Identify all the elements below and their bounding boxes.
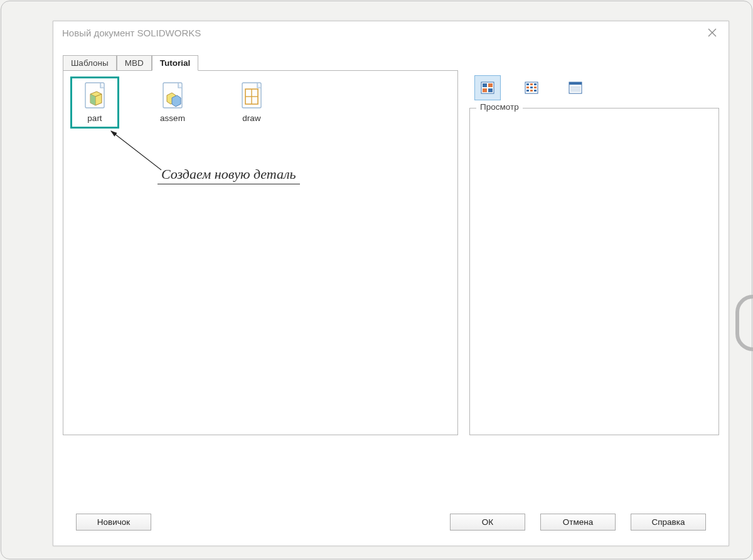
assem-icon bbox=[160, 81, 185, 111]
ok-button[interactable]: ОК bbox=[450, 514, 525, 531]
preview-legend: Просмотр bbox=[476, 102, 523, 112]
svg-rect-14 bbox=[483, 88, 487, 92]
svg-rect-19 bbox=[526, 87, 529, 88]
view-large-icons-button[interactable] bbox=[474, 75, 501, 100]
template-draw[interactable]: draw bbox=[229, 81, 274, 123]
svg-line-11 bbox=[111, 131, 161, 170]
help-button[interactable]: Справка bbox=[631, 514, 706, 531]
svg-rect-13 bbox=[483, 83, 487, 87]
svg-rect-25 bbox=[534, 87, 537, 88]
tab-tutorial[interactable]: Tutorial bbox=[152, 55, 199, 71]
annotation-text: Создаем новую деталь bbox=[158, 166, 300, 184]
template-part-label: part bbox=[87, 114, 102, 123]
svg-rect-28 bbox=[569, 82, 582, 85]
decorative-edge bbox=[735, 295, 753, 351]
svg-marker-6 bbox=[172, 95, 181, 107]
titlebar: Новый документ SOLIDWORKS bbox=[53, 21, 729, 44]
draw-icon bbox=[239, 81, 264, 111]
svg-rect-26 bbox=[534, 90, 537, 92]
svg-rect-18 bbox=[526, 83, 529, 85]
template-list-pane: part assem bbox=[63, 70, 458, 435]
tab-bar: Шаблоны MBD Tutorial bbox=[63, 55, 729, 71]
template-part[interactable]: part bbox=[72, 78, 117, 127]
tab-templates[interactable]: Шаблоны bbox=[63, 55, 117, 71]
svg-rect-21 bbox=[530, 83, 533, 85]
template-draw-label: draw bbox=[242, 114, 260, 123]
novice-button[interactable]: Новичок bbox=[76, 514, 151, 531]
svg-rect-22 bbox=[530, 87, 533, 88]
svg-rect-23 bbox=[530, 90, 533, 92]
preview-panel: Просмотр bbox=[469, 108, 719, 435]
part-icon bbox=[82, 81, 107, 111]
svg-rect-20 bbox=[526, 90, 529, 92]
view-list-button[interactable] bbox=[518, 75, 545, 100]
template-assem[interactable]: assem bbox=[150, 81, 195, 123]
view-details-button[interactable] bbox=[562, 75, 589, 100]
svg-rect-24 bbox=[534, 83, 537, 85]
view-mode-toolbar bbox=[469, 70, 719, 105]
template-assem-label: assem bbox=[160, 114, 185, 123]
close-icon[interactable] bbox=[705, 25, 720, 40]
dialog-footer: Новичок ОК Отмена Справка bbox=[53, 514, 729, 531]
svg-rect-16 bbox=[488, 88, 493, 92]
svg-rect-15 bbox=[488, 83, 493, 87]
cancel-button[interactable]: Отмена bbox=[540, 514, 616, 531]
tab-mbd[interactable]: MBD bbox=[117, 55, 152, 71]
new-document-dialog: Новый документ SOLIDWORKS Шаблоны MBD Tu… bbox=[53, 21, 729, 546]
dialog-title: Новый документ SOLIDWORKS bbox=[62, 28, 201, 38]
